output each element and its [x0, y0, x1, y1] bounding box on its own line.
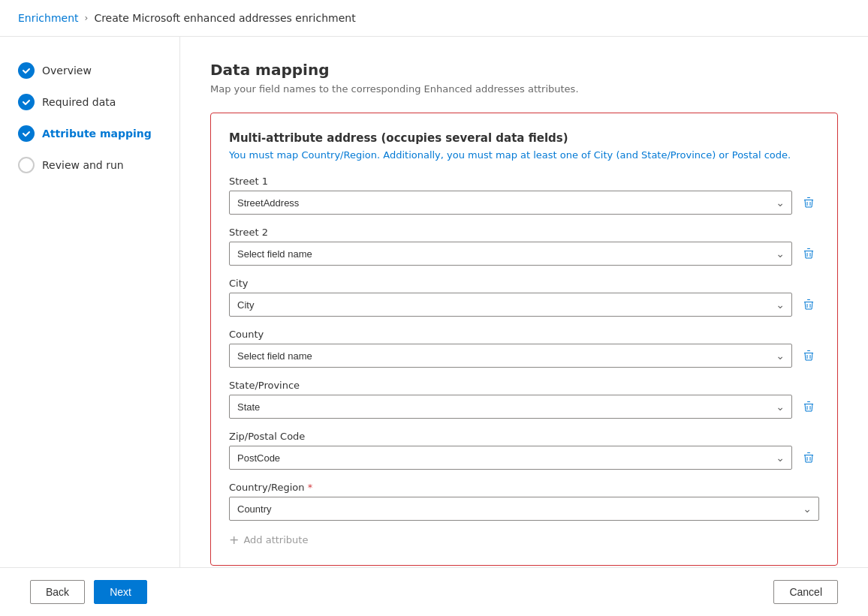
add-attribute-link: + Add attribute: [229, 533, 819, 547]
next-button[interactable]: Next: [94, 580, 147, 604]
card-description: You must map Country/Region. Additionall…: [229, 149, 819, 161]
select-wrapper-street1: StreetAddress Select field name: [229, 191, 792, 215]
select-country[interactable]: Country Select field name: [229, 497, 819, 521]
field-row-city: City City Select field name: [229, 278, 819, 317]
field-row-street2: Street 2 Select field name: [229, 227, 819, 266]
field-label-country: Country/Region *: [229, 482, 819, 493]
field-row-county: County Select field name: [229, 329, 819, 368]
sidebar-label-required-data: Required data: [42, 96, 116, 108]
card-title: Multi-attribute address (occupies severa…: [229, 131, 819, 145]
sidebar-item-required-data[interactable]: Required data: [0, 86, 179, 118]
field-label-county: County: [229, 329, 819, 340]
back-button[interactable]: Back: [30, 580, 85, 604]
select-county[interactable]: Select field name: [229, 344, 792, 368]
page-subtitle: Map your field names to the correspondin…: [210, 83, 838, 95]
select-state[interactable]: State Select field name: [229, 395, 792, 419]
breadcrumb-link[interactable]: Enrichment: [18, 12, 79, 24]
svg-rect-12: [804, 353, 813, 353]
cancel-button[interactable]: Cancel: [773, 580, 838, 604]
select-wrapper-city: City Select field name: [229, 293, 792, 317]
field-input-row-state: State Select field name: [229, 395, 819, 419]
field-label-state: State/Province: [229, 380, 819, 391]
svg-rect-16: [804, 404, 813, 404]
svg-rect-4: [804, 251, 813, 251]
sidebar-label-attribute-mapping: Attribute mapping: [42, 128, 152, 140]
breadcrumb: Enrichment › Create Microsoft enhanced a…: [0, 0, 868, 37]
field-row-state: State/Province State Select field name: [229, 380, 819, 419]
svg-rect-21: [807, 452, 810, 453]
delete-btn-county[interactable]: [798, 345, 819, 366]
select-wrapper-street2: Select field name: [229, 242, 792, 266]
field-input-row-zip: PostCode Select field name: [229, 446, 819, 470]
delete-btn-city[interactable]: [798, 294, 819, 315]
select-street2[interactable]: Select field name: [229, 242, 792, 266]
field-label-street2: Street 2: [229, 227, 819, 238]
field-row-zip: Zip/Postal Code PostCode Select field na…: [229, 431, 819, 470]
svg-rect-5: [807, 248, 810, 249]
svg-rect-9: [807, 299, 810, 300]
svg-rect-20: [804, 455, 813, 455]
delete-btn-state[interactable]: [798, 396, 819, 417]
mapping-card: Multi-attribute address (occupies severa…: [210, 113, 838, 566]
select-wrapper-country: Country Select field name: [229, 497, 819, 521]
content-area: Data mapping Map your field names to the…: [180, 37, 868, 616]
svg-rect-17: [807, 401, 810, 402]
main-layout: Overview Required data Attribute mapping…: [0, 37, 868, 616]
field-row-street1: Street 1 StreetAddress Select field name: [229, 176, 819, 215]
field-row-country: Country/Region * Country Select field na…: [229, 482, 819, 521]
plus-icon: +: [229, 533, 239, 547]
field-input-row-street1: StreetAddress Select field name: [229, 191, 819, 215]
select-wrapper-zip: PostCode Select field name: [229, 446, 792, 470]
field-label-city: City: [229, 278, 819, 289]
field-input-row-country: Country Select field name: [229, 497, 819, 521]
sidebar: Overview Required data Attribute mapping…: [0, 37, 180, 616]
step-circle-overview: [18, 62, 35, 79]
field-input-row-city: City Select field name: [229, 293, 819, 317]
select-wrapper-state: State Select field name: [229, 395, 792, 419]
delete-btn-street2[interactable]: [798, 243, 819, 264]
svg-rect-13: [807, 350, 810, 351]
select-zip[interactable]: PostCode Select field name: [229, 446, 792, 470]
sidebar-item-review-run[interactable]: Review and run: [0, 149, 179, 181]
delete-btn-zip[interactable]: [798, 447, 819, 468]
sidebar-item-overview[interactable]: Overview: [0, 55, 179, 86]
svg-rect-1: [807, 197, 810, 198]
step-circle-required-data: [18, 94, 35, 110]
step-circle-review-run: [18, 157, 35, 173]
field-input-row-county: Select field name: [229, 344, 819, 368]
footer-left: Back Next: [30, 580, 147, 604]
page-title: Data mapping: [210, 61, 838, 79]
select-street1[interactable]: StreetAddress Select field name: [229, 191, 792, 215]
step-circle-attribute-mapping: [18, 125, 35, 142]
field-label-street1: Street 1: [229, 176, 819, 187]
breadcrumb-separator: ›: [85, 13, 89, 23]
add-attribute-label: Add attribute: [243, 534, 308, 545]
sidebar-label-overview: Overview: [42, 65, 92, 77]
svg-rect-0: [804, 200, 813, 200]
field-input-row-street2: Select field name: [229, 242, 819, 266]
footer: Back Next Cancel: [0, 567, 868, 616]
delete-btn-street1[interactable]: [798, 192, 819, 213]
sidebar-item-attribute-mapping[interactable]: Attribute mapping: [0, 118, 179, 149]
field-label-zip: Zip/Postal Code: [229, 431, 819, 442]
select-city[interactable]: City Select field name: [229, 293, 792, 317]
select-wrapper-county: Select field name: [229, 344, 792, 368]
breadcrumb-current: Create Microsoft enhanced addresses enri…: [94, 12, 355, 24]
svg-rect-8: [804, 302, 813, 302]
sidebar-label-review-run: Review and run: [42, 159, 124, 171]
